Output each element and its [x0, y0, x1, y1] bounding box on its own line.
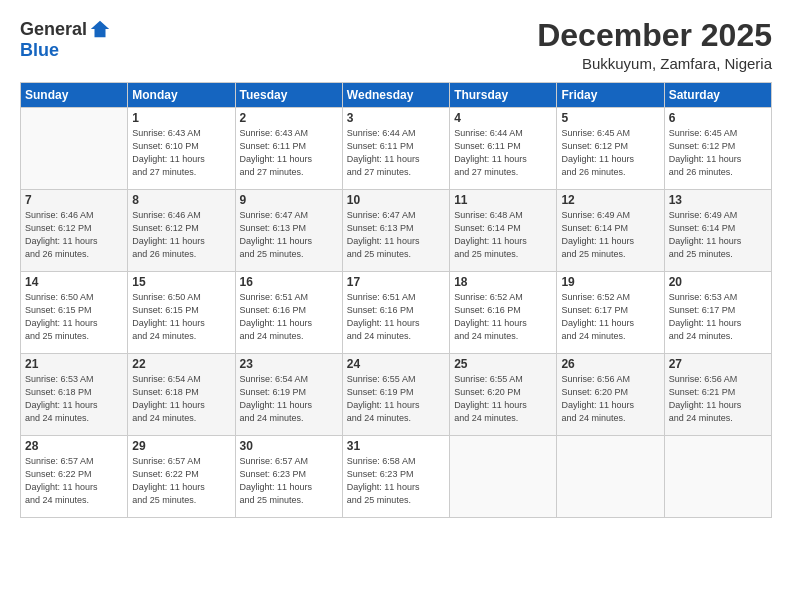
day-cell-w2-d1: 8Sunrise: 6:46 AM Sunset: 6:12 PM Daylig…: [128, 190, 235, 272]
day-cell-w1-d2: 2Sunrise: 6:43 AM Sunset: 6:11 PM Daylig…: [235, 108, 342, 190]
day-number: 5: [561, 111, 659, 125]
day-cell-w3-d0: 14Sunrise: 6:50 AM Sunset: 6:15 PM Dayli…: [21, 272, 128, 354]
month-title: December 2025: [537, 18, 772, 53]
day-info: Sunrise: 6:47 AM Sunset: 6:13 PM Dayligh…: [240, 209, 338, 261]
week-row-4: 21Sunrise: 6:53 AM Sunset: 6:18 PM Dayli…: [21, 354, 772, 436]
header-sunday: Sunday: [21, 83, 128, 108]
day-cell-w2-d0: 7Sunrise: 6:46 AM Sunset: 6:12 PM Daylig…: [21, 190, 128, 272]
page: General Blue December 2025 Bukkuyum, Zam…: [0, 0, 792, 612]
day-number: 6: [669, 111, 767, 125]
day-number: 15: [132, 275, 230, 289]
header-wednesday: Wednesday: [342, 83, 449, 108]
day-number: 31: [347, 439, 445, 453]
header: General Blue December 2025 Bukkuyum, Zam…: [20, 18, 772, 72]
day-cell-w4-d5: 26Sunrise: 6:56 AM Sunset: 6:20 PM Dayli…: [557, 354, 664, 436]
day-info: Sunrise: 6:43 AM Sunset: 6:11 PM Dayligh…: [240, 127, 338, 179]
day-cell-w2-d4: 11Sunrise: 6:48 AM Sunset: 6:14 PM Dayli…: [450, 190, 557, 272]
day-number: 7: [25, 193, 123, 207]
logo-icon: [89, 18, 111, 40]
day-number: 14: [25, 275, 123, 289]
header-thursday: Thursday: [450, 83, 557, 108]
day-number: 17: [347, 275, 445, 289]
day-number: 20: [669, 275, 767, 289]
day-number: 16: [240, 275, 338, 289]
svg-marker-0: [91, 21, 109, 38]
day-number: 23: [240, 357, 338, 371]
day-info: Sunrise: 6:49 AM Sunset: 6:14 PM Dayligh…: [669, 209, 767, 261]
day-number: 19: [561, 275, 659, 289]
day-info: Sunrise: 6:45 AM Sunset: 6:12 PM Dayligh…: [669, 127, 767, 179]
day-number: 10: [347, 193, 445, 207]
day-info: Sunrise: 6:57 AM Sunset: 6:23 PM Dayligh…: [240, 455, 338, 507]
day-info: Sunrise: 6:56 AM Sunset: 6:21 PM Dayligh…: [669, 373, 767, 425]
day-cell-w4-d1: 22Sunrise: 6:54 AM Sunset: 6:18 PM Dayli…: [128, 354, 235, 436]
day-cell-w4-d3: 24Sunrise: 6:55 AM Sunset: 6:19 PM Dayli…: [342, 354, 449, 436]
day-number: 25: [454, 357, 552, 371]
day-info: Sunrise: 6:57 AM Sunset: 6:22 PM Dayligh…: [25, 455, 123, 507]
day-number: 3: [347, 111, 445, 125]
weekday-header-row: Sunday Monday Tuesday Wednesday Thursday…: [21, 83, 772, 108]
day-number: 22: [132, 357, 230, 371]
week-row-5: 28Sunrise: 6:57 AM Sunset: 6:22 PM Dayli…: [21, 436, 772, 518]
day-info: Sunrise: 6:56 AM Sunset: 6:20 PM Dayligh…: [561, 373, 659, 425]
day-info: Sunrise: 6:49 AM Sunset: 6:14 PM Dayligh…: [561, 209, 659, 261]
day-number: 4: [454, 111, 552, 125]
day-cell-w3-d3: 17Sunrise: 6:51 AM Sunset: 6:16 PM Dayli…: [342, 272, 449, 354]
day-cell-w4-d0: 21Sunrise: 6:53 AM Sunset: 6:18 PM Dayli…: [21, 354, 128, 436]
day-info: Sunrise: 6:58 AM Sunset: 6:23 PM Dayligh…: [347, 455, 445, 507]
day-cell-w3-d1: 15Sunrise: 6:50 AM Sunset: 6:15 PM Dayli…: [128, 272, 235, 354]
day-cell-w5-d5: [557, 436, 664, 518]
day-number: 24: [347, 357, 445, 371]
day-cell-w4-d4: 25Sunrise: 6:55 AM Sunset: 6:20 PM Dayli…: [450, 354, 557, 436]
week-row-1: 1Sunrise: 6:43 AM Sunset: 6:10 PM Daylig…: [21, 108, 772, 190]
day-info: Sunrise: 6:52 AM Sunset: 6:16 PM Dayligh…: [454, 291, 552, 343]
day-number: 12: [561, 193, 659, 207]
day-cell-w5-d0: 28Sunrise: 6:57 AM Sunset: 6:22 PM Dayli…: [21, 436, 128, 518]
day-cell-w5-d1: 29Sunrise: 6:57 AM Sunset: 6:22 PM Dayli…: [128, 436, 235, 518]
day-cell-w5-d3: 31Sunrise: 6:58 AM Sunset: 6:23 PM Dayli…: [342, 436, 449, 518]
day-info: Sunrise: 6:51 AM Sunset: 6:16 PM Dayligh…: [347, 291, 445, 343]
day-cell-w3-d6: 20Sunrise: 6:53 AM Sunset: 6:17 PM Dayli…: [664, 272, 771, 354]
day-cell-w3-d2: 16Sunrise: 6:51 AM Sunset: 6:16 PM Dayli…: [235, 272, 342, 354]
calendar-table: Sunday Monday Tuesday Wednesday Thursday…: [20, 82, 772, 518]
day-info: Sunrise: 6:44 AM Sunset: 6:11 PM Dayligh…: [347, 127, 445, 179]
day-info: Sunrise: 6:53 AM Sunset: 6:17 PM Dayligh…: [669, 291, 767, 343]
day-cell-w1-d4: 4Sunrise: 6:44 AM Sunset: 6:11 PM Daylig…: [450, 108, 557, 190]
day-info: Sunrise: 6:46 AM Sunset: 6:12 PM Dayligh…: [132, 209, 230, 261]
day-number: 26: [561, 357, 659, 371]
logo: General Blue: [20, 18, 111, 61]
day-cell-w4-d6: 27Sunrise: 6:56 AM Sunset: 6:21 PM Dayli…: [664, 354, 771, 436]
day-info: Sunrise: 6:43 AM Sunset: 6:10 PM Dayligh…: [132, 127, 230, 179]
day-cell-w5-d4: [450, 436, 557, 518]
header-friday: Friday: [557, 83, 664, 108]
day-cell-w2-d5: 12Sunrise: 6:49 AM Sunset: 6:14 PM Dayli…: [557, 190, 664, 272]
day-cell-w3-d4: 18Sunrise: 6:52 AM Sunset: 6:16 PM Dayli…: [450, 272, 557, 354]
day-cell-w1-d1: 1Sunrise: 6:43 AM Sunset: 6:10 PM Daylig…: [128, 108, 235, 190]
day-cell-w1-d5: 5Sunrise: 6:45 AM Sunset: 6:12 PM Daylig…: [557, 108, 664, 190]
day-number: 1: [132, 111, 230, 125]
day-info: Sunrise: 6:52 AM Sunset: 6:17 PM Dayligh…: [561, 291, 659, 343]
week-row-2: 7Sunrise: 6:46 AM Sunset: 6:12 PM Daylig…: [21, 190, 772, 272]
day-info: Sunrise: 6:51 AM Sunset: 6:16 PM Dayligh…: [240, 291, 338, 343]
day-number: 8: [132, 193, 230, 207]
day-info: Sunrise: 6:53 AM Sunset: 6:18 PM Dayligh…: [25, 373, 123, 425]
day-cell-w1-d6: 6Sunrise: 6:45 AM Sunset: 6:12 PM Daylig…: [664, 108, 771, 190]
day-number: 29: [132, 439, 230, 453]
day-info: Sunrise: 6:55 AM Sunset: 6:19 PM Dayligh…: [347, 373, 445, 425]
header-saturday: Saturday: [664, 83, 771, 108]
day-number: 21: [25, 357, 123, 371]
day-info: Sunrise: 6:46 AM Sunset: 6:12 PM Dayligh…: [25, 209, 123, 261]
day-info: Sunrise: 6:54 AM Sunset: 6:18 PM Dayligh…: [132, 373, 230, 425]
day-info: Sunrise: 6:44 AM Sunset: 6:11 PM Dayligh…: [454, 127, 552, 179]
day-number: 9: [240, 193, 338, 207]
day-cell-w1-d0: [21, 108, 128, 190]
day-info: Sunrise: 6:50 AM Sunset: 6:15 PM Dayligh…: [25, 291, 123, 343]
day-info: Sunrise: 6:55 AM Sunset: 6:20 PM Dayligh…: [454, 373, 552, 425]
day-cell-w2-d6: 13Sunrise: 6:49 AM Sunset: 6:14 PM Dayli…: [664, 190, 771, 272]
logo-general-text: General: [20, 19, 87, 40]
day-info: Sunrise: 6:48 AM Sunset: 6:14 PM Dayligh…: [454, 209, 552, 261]
day-cell-w5-d6: [664, 436, 771, 518]
day-info: Sunrise: 6:45 AM Sunset: 6:12 PM Dayligh…: [561, 127, 659, 179]
location-subtitle: Bukkuyum, Zamfara, Nigeria: [537, 55, 772, 72]
header-tuesday: Tuesday: [235, 83, 342, 108]
